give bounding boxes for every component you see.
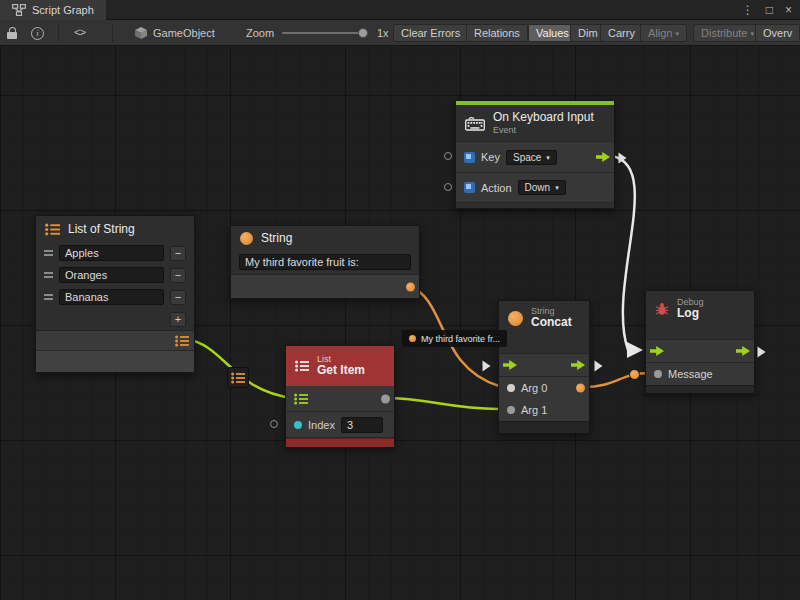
node-title: Concat <box>531 316 572 330</box>
flow-input-port[interactable] <box>503 360 517 370</box>
wire-arrowhead <box>627 342 643 358</box>
lock-button[interactable] <box>7 20 17 46</box>
list-icon <box>295 360 309 372</box>
drag-handle-icon[interactable] <box>44 250 53 256</box>
toolbar-separator <box>112 24 113 42</box>
node-list-of-string[interactable]: List of String Apples − Oranges − Banana… <box>35 215 195 373</box>
wire-keyboard-to-log <box>612 156 635 350</box>
index-field[interactable]: 3 <box>341 417 383 433</box>
index-input-port[interactable] <box>294 421 302 429</box>
node-footer <box>646 385 754 393</box>
align-button[interactable]: Align ▾ <box>640 24 687 42</box>
list-icon <box>231 372 245 384</box>
node-title: String <box>261 231 292 245</box>
button-label: Dim <box>578 27 598 39</box>
remove-item-button[interactable]: − <box>170 268 186 283</box>
unconnected-port-indicator[interactable] <box>270 420 278 428</box>
arg1-label: Arg 1 <box>521 404 547 416</box>
flow-input-port[interactable] <box>650 346 664 356</box>
node-string-literal[interactable]: String My third favorite fruit is: <box>230 225 420 299</box>
list-item-field[interactable]: Oranges <box>59 267 164 283</box>
node-on-keyboard-input[interactable]: On Keyboard Input Event Key Space ▾ Acti… <box>455 100 615 209</box>
button-label: Align <box>648 27 672 39</box>
drag-handle-icon[interactable] <box>44 272 53 278</box>
drag-handle-icon[interactable] <box>44 294 53 300</box>
node-subtitle: Event <box>493 125 594 135</box>
gameobject-label: GameObject <box>153 27 215 39</box>
zoom-label: Zoom <box>246 20 274 46</box>
flow-arrow-icon <box>571 360 585 370</box>
toolbar-separator <box>58 24 59 42</box>
action-dropdown[interactable]: Down ▾ <box>518 180 566 195</box>
result-output-port[interactable] <box>576 384 585 393</box>
relations-button[interactable]: Relations <box>466 24 528 42</box>
chevron-down-icon: ▾ <box>546 154 550 161</box>
string-value-icon <box>409 335 416 342</box>
string-output-port[interactable] <box>406 282 415 291</box>
gameobject-selector[interactable]: GameObject <box>134 20 215 46</box>
node-footer <box>286 438 394 447</box>
button-label: Distribute <box>701 27 747 39</box>
node-title: On Keyboard Input <box>493 111 594 125</box>
remove-item-button[interactable]: − <box>170 246 186 261</box>
flow-output-port[interactable] <box>571 360 585 370</box>
flow-triangle-icon <box>594 358 603 376</box>
list-item-field[interactable]: Bananas <box>59 289 164 305</box>
button-label: Clear Errors <box>401 27 460 39</box>
wire-value-preview: My third favorite fr... <box>402 330 507 347</box>
button-label: Relations <box>474 27 520 39</box>
carry-button[interactable]: Carry <box>600 24 643 42</box>
node-get-item[interactable]: List Get Item Index 3 <box>285 345 395 448</box>
key-dropdown[interactable]: Space ▾ <box>506 150 557 165</box>
window-menu-icon[interactable]: ⋮ <box>742 0 754 20</box>
list-icon <box>45 223 60 236</box>
flow-triangle-icon <box>482 358 491 376</box>
arg0-label: Arg 0 <box>521 382 547 394</box>
zoom-slider-track[interactable] <box>282 32 368 34</box>
script-graph-icon <box>12 4 26 16</box>
clear-errors-button[interactable]: Clear Errors <box>393 24 468 42</box>
button-label: Values <box>536 27 569 39</box>
flow-output-port[interactable] <box>596 152 610 162</box>
code-view-button[interactable]: <> <box>74 20 85 46</box>
distribute-button[interactable]: Distribute ▾ <box>693 24 762 42</box>
graph-canvas[interactable]: On Keyboard Input Event Key Space ▾ Acti… <box>0 46 800 600</box>
info-button[interactable]: i <box>31 20 44 46</box>
keyboard-icon <box>465 116 485 131</box>
maximize-icon[interactable]: □ <box>766 0 773 20</box>
zoom-value: 1x <box>377 20 389 46</box>
arg0-input-port[interactable] <box>507 384 515 392</box>
arg1-input-port[interactable] <box>507 406 515 414</box>
chevron-down-icon: ▾ <box>555 184 559 191</box>
flow-arrow-icon <box>503 360 517 370</box>
tab-script-graph[interactable]: Script Graph <box>0 0 106 20</box>
flow-arrow-icon <box>736 346 750 356</box>
list-output-port[interactable] <box>175 335 189 347</box>
action-dropdown-value: Down <box>525 182 551 193</box>
add-item-button[interactable]: + <box>170 312 186 327</box>
remove-item-button[interactable]: − <box>170 290 186 305</box>
flow-output-port[interactable] <box>736 346 750 356</box>
unconnected-port-indicator[interactable] <box>444 152 452 160</box>
action-label: Action <box>481 182 512 194</box>
close-icon[interactable]: × <box>785 0 792 20</box>
key-label: Key <box>481 151 500 163</box>
zoom-slider[interactable] <box>282 20 368 46</box>
list-item-field[interactable]: Apples <box>59 245 164 261</box>
zoom-slider-handle[interactable] <box>358 28 368 38</box>
node-debug-log[interactable]: Debug Log Message <box>645 290 755 394</box>
node-title: Log <box>677 307 704 321</box>
list-input-port[interactable] <box>294 393 308 405</box>
unconnected-port-indicator[interactable] <box>444 183 452 191</box>
message-input-port[interactable] <box>654 370 662 378</box>
flow-arrow-icon <box>596 152 610 162</box>
code-icon: <> <box>74 27 85 39</box>
message-label: Message <box>668 368 713 380</box>
string-value-field[interactable]: My third favorite fruit is: <box>239 254 411 270</box>
item-output-port[interactable] <box>381 394 390 403</box>
node-concat[interactable]: String Concat Arg 0 Arg 1 <box>498 300 590 434</box>
overview-button[interactable]: Overv <box>755 24 800 42</box>
node-title: List of String <box>68 222 135 236</box>
info-icon: i <box>31 27 44 40</box>
node-spacer <box>646 327 754 339</box>
